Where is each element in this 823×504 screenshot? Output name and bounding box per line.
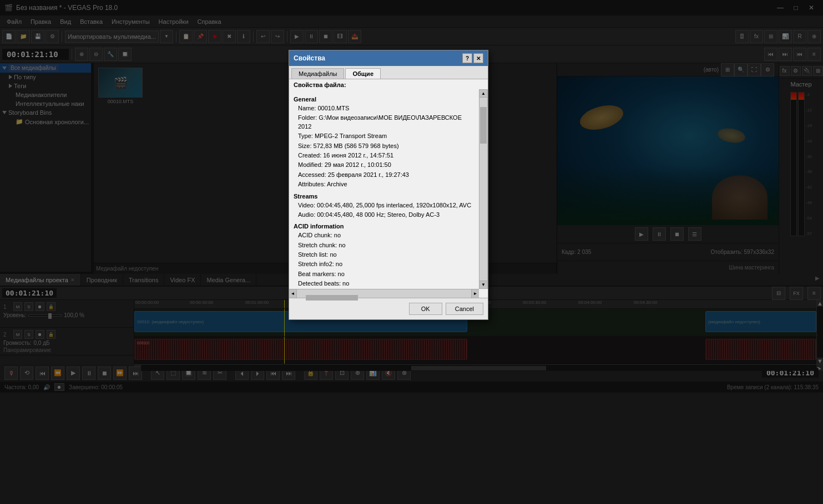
toolbar-fx[interactable]: fx [750, 30, 763, 43]
toolbar-r1[interactable]: R [793, 30, 806, 43]
tab-scroll-right[interactable]: ▶ [812, 274, 823, 286]
preview-fullscreen-btn[interactable]: ⛶ [748, 63, 761, 77]
toolbar-grid[interactable]: ⊞ [764, 30, 777, 43]
menu-view[interactable]: Вид [55, 17, 75, 26]
transport-record[interactable]: 🎙 [4, 366, 18, 380]
menu-insert[interactable]: Вставка [75, 17, 107, 26]
tree-item-smart[interactable]: Интеллектуальные наки [0, 99, 91, 108]
toolbar-export[interactable]: 📤 [348, 30, 361, 43]
tree-item-by-type[interactable]: По типу [0, 73, 91, 82]
dialog-tab-general[interactable]: Общие [345, 68, 381, 79]
preview-zoom-btn[interactable]: 🔍 [734, 63, 748, 77]
toolbar-copy[interactable]: 📋 [179, 30, 193, 43]
preview-pause-btn[interactable]: ⏸ [653, 227, 666, 241]
track-1-lock[interactable]: 🔒 [47, 302, 55, 311]
toolbar2-btn1[interactable]: ⊕ [75, 48, 88, 61]
toolbar-import-arrow[interactable]: ▼ [160, 30, 173, 43]
toolbar-undo[interactable]: ↩ [256, 30, 270, 43]
maximize-button[interactable]: □ [789, 3, 803, 13]
transport-pause[interactable]: ⏸ [82, 366, 95, 380]
toolbar-new[interactable]: 📄 [2, 30, 16, 43]
transport-ff[interactable]: ⏩ [113, 366, 127, 380]
timeline-scroll-fit[interactable]: ⊟ [772, 287, 785, 300]
toolbar2-snap[interactable]: 🔲 [118, 48, 132, 61]
track-1-solo[interactable]: S [24, 302, 33, 311]
track-2-arm[interactable]: ⏺ [36, 330, 44, 339]
dialog-hscroll-thumb[interactable] [306, 295, 358, 301]
track-2-mute[interactable]: M [13, 330, 22, 339]
media-thumb-item[interactable]: 🎬 00010.MTS [98, 68, 143, 104]
track-2-solo[interactable]: S [24, 330, 33, 339]
timeline-scrollbar-v[interactable]: ▲ ▼ [816, 300, 823, 364]
menu-settings[interactable]: Настройки [154, 17, 193, 26]
transport-end[interactable]: ⏭ [129, 366, 142, 380]
toolbar-save[interactable]: 💾 [31, 30, 44, 43]
toolbar-stop[interactable]: ⏹ [319, 30, 332, 43]
transport-loop[interactable]: ⟲ [20, 366, 33, 380]
toolbar2-btn3[interactable]: 🔧 [104, 48, 117, 61]
toolbar2-right1[interactable]: ⏮ [764, 48, 777, 61]
timeline-zoom-out[interactable]: ≡ [807, 287, 821, 300]
toolbar-open[interactable]: 📁 [17, 30, 30, 43]
toolbar2-right2[interactable]: ⏭ [779, 48, 792, 61]
dialog-scroll-up[interactable]: ▲ [479, 90, 487, 98]
toolbar-record[interactable]: ⏺ [208, 30, 221, 43]
tab-video-fx[interactable]: Video FX [164, 274, 201, 286]
transport-play[interactable]: ▶ [67, 366, 80, 380]
toolbar-redo[interactable]: ↪ [271, 30, 284, 43]
menu-edit[interactable]: Правка [26, 17, 55, 26]
close-button[interactable]: ✕ [804, 3, 819, 13]
dialog-cancel-btn[interactable]: Cancel [446, 303, 483, 315]
track-1-clip-right[interactable]: (медиафайл недоступен) [705, 311, 816, 332]
toolbar2-right3[interactable]: ⏮ [793, 48, 806, 61]
scroll-thumb-h[interactable] [411, 366, 546, 370]
toolbar-r2[interactable]: ⊕ [807, 30, 821, 43]
import-label[interactable]: Импортировать мультимедиа... [65, 30, 159, 43]
preview-play-btn[interactable]: ▶ [635, 227, 648, 241]
dialog-hscroll-left[interactable]: ◄ [289, 289, 297, 298]
track-2-content[interactable]: 00010 [134, 337, 816, 364]
track-2-clip-right[interactable] [705, 339, 816, 360]
preview-stop-btn[interactable]: ⏹ [670, 227, 684, 241]
track-1-mute[interactable]: M [13, 302, 22, 311]
tab-media-gen[interactable]: Media Genera... [201, 274, 256, 286]
track-2-lock[interactable]: 🔒 [47, 330, 55, 339]
toolbar-scopes[interactable]: 📊 [779, 30, 792, 43]
scroll-up-btn[interactable]: ▲ [817, 300, 823, 307]
toolbar-properties[interactable]: ℹ [237, 30, 250, 43]
track-1-arm[interactable]: ⏺ [36, 302, 44, 311]
tree-item-all-media[interactable]: Все медиафайлы [0, 63, 91, 73]
dialog-tab-media[interactable]: Медиафайлы [291, 68, 344, 79]
tab-explorer[interactable]: Проводник [81, 274, 123, 286]
toolbar-delete[interactable]: ✖ [223, 30, 236, 43]
transport-stop[interactable]: ⏹ [98, 366, 111, 380]
menu-file[interactable]: Файл [2, 17, 26, 26]
dialog-scroll-down[interactable]: ▼ [479, 281, 487, 288]
tree-item-tags[interactable]: Теги [0, 82, 91, 90]
menu-tools[interactable]: Инструменты [107, 17, 154, 26]
dialog-scrollbar-h[interactable]: ◄ ► [289, 289, 479, 298]
track-1-level-slider[interactable] [28, 314, 62, 317]
dialog-scrollbar-v[interactable]: ▲ ▼ [479, 89, 488, 289]
preview-grid-btn[interactable]: ⊞ [721, 63, 734, 77]
tab-media-close[interactable]: ✕ [70, 277, 75, 283]
menu-help[interactable]: Справка [193, 17, 226, 26]
dialog-ok-btn[interactable]: OK [409, 303, 442, 315]
tree-item-main-timeline[interactable]: 📁 Основная хронологи... [0, 117, 91, 126]
dialog-help-btn[interactable]: ? [462, 53, 472, 63]
freq-record-btn[interactable]: ⏺ [54, 383, 64, 391]
tree-item-media-stores[interactable]: Медианакопители [0, 90, 91, 99]
transport-start[interactable]: ⏮ [36, 366, 49, 380]
dialog-hscroll-right[interactable]: ► [471, 289, 479, 298]
preview-playlist-btn[interactable]: ☰ [688, 227, 701, 241]
dialog-scroll-thumb[interactable] [480, 107, 487, 144]
toolbar-play[interactable]: ▶ [290, 30, 304, 43]
master-plugin-btn[interactable]: 🔌 [802, 66, 812, 76]
toolbar-render[interactable]: 🎞 [334, 30, 347, 43]
scroll-down-btn[interactable]: ▼ [817, 358, 823, 364]
tree-item-storyboard[interactable]: Storyboard Bins [0, 108, 91, 117]
master-bb-btn[interactable]: ⊞ [813, 66, 823, 76]
toolbar2-right4[interactable]: ≡ [807, 48, 821, 61]
timeline-fx-btn[interactable]: FX [790, 287, 803, 300]
transport-rewind[interactable]: ⏪ [51, 366, 64, 380]
